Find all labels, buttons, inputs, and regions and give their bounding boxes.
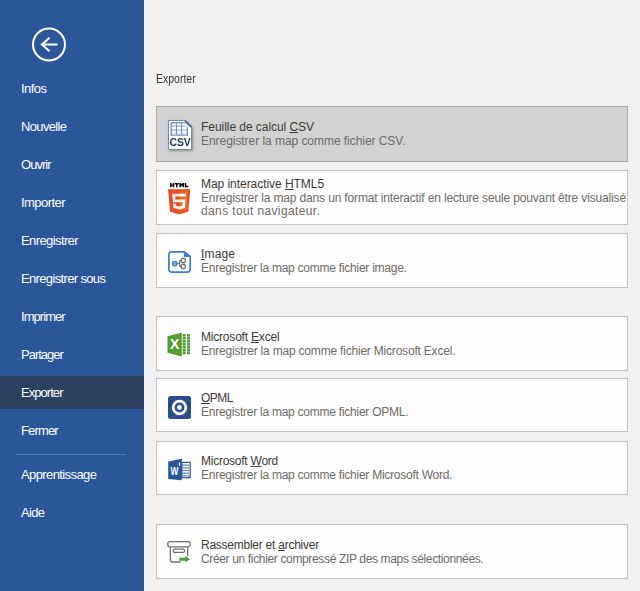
svg-text:W: W [170,465,178,477]
svg-text:CSV: CSV [169,136,190,148]
svg-text:X: X [169,336,179,352]
